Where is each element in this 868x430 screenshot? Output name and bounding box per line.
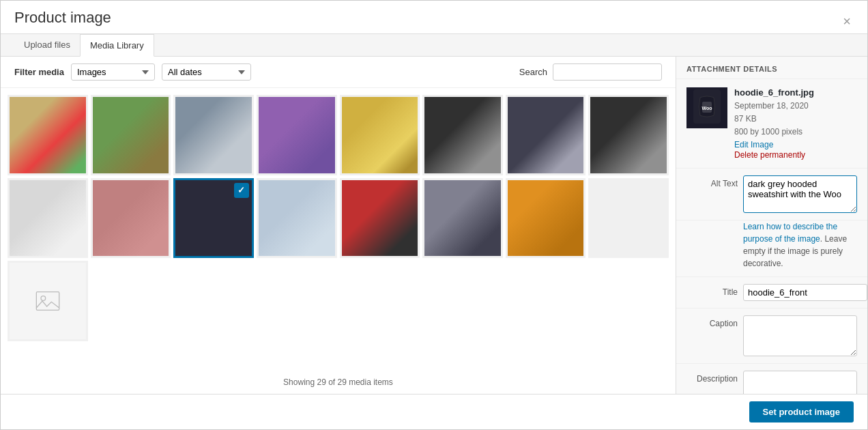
media-item[interactable] (91, 95, 171, 175)
attachment-filesize: 87 KB (734, 113, 857, 126)
media-item[interactable] (173, 95, 254, 175)
svg-rect-0 (36, 292, 59, 311)
tab-media-library[interactable]: Media Library (80, 34, 154, 57)
media-item[interactable] (257, 178, 337, 259)
media-item[interactable] (257, 95, 337, 175)
modal-footer: Set product image (1, 394, 867, 429)
filter-date-select[interactable]: All dates September 2020 January 2021 (162, 63, 251, 81)
media-area: Filter media Images All media items Audi… (1, 57, 676, 394)
media-item[interactable] (506, 95, 586, 175)
media-item[interactable] (8, 95, 88, 175)
close-button[interactable]: × (840, 14, 854, 28)
alt-text-input[interactable]: dark grey hooded sweatshirt with the Woo (743, 175, 857, 213)
set-product-image-button[interactable]: Set product image (749, 401, 854, 422)
svg-point-1 (41, 296, 46, 301)
selected-check-icon: ✓ (234, 183, 249, 198)
attachment-meta: hoodie_6_front.jpg September 18, 2020 87… (734, 87, 857, 160)
media-item[interactable] (422, 178, 503, 259)
filter-bar: Filter media Images All media items Audi… (1, 57, 676, 88)
modal-tabs: Upload files Media Library (1, 34, 867, 57)
media-item[interactable] (588, 95, 669, 175)
media-item-selected[interactable]: ✓ (173, 178, 254, 259)
attachment-preview: Woo hoodie_6_front.jpg September 18, 202… (676, 79, 867, 169)
modal-header: Product image × (1, 1, 867, 34)
description-input[interactable] (743, 371, 857, 394)
delete-permanently-link[interactable]: Delete permanently (734, 150, 805, 160)
media-item-placeholder[interactable] (8, 261, 88, 341)
media-item[interactable] (340, 95, 420, 175)
filter-media-label: Filter media (14, 67, 64, 77)
description-label: Description (686, 371, 738, 384)
media-item[interactable] (91, 178, 171, 259)
caption-input[interactable] (743, 315, 857, 356)
attachment-date: September 18, 2020 (734, 100, 857, 113)
attachment-thumbnail: Woo (686, 87, 727, 128)
modal-title: Product image (14, 9, 111, 33)
showing-text: Showing 29 of 29 media items (1, 371, 676, 394)
tab-upload-files[interactable]: Upload files (14, 34, 80, 57)
caption-label: Caption (686, 315, 738, 328)
media-grid-container: ✓ (1, 88, 676, 371)
title-group: Title hoodie_6_front (676, 277, 867, 309)
title-input[interactable]: hoodie_6_front (743, 284, 867, 301)
svg-text:Woo: Woo (701, 106, 712, 111)
product-image-modal: Product image × Upload files Media Libra… (0, 0, 868, 430)
title-label: Title (686, 284, 738, 297)
media-item[interactable] (340, 178, 420, 259)
alt-text-group: Alt Text dark grey hooded sweatshirt wit… (676, 169, 867, 220)
alt-text-help: Learn how to describe the purpose of the… (676, 220, 867, 277)
media-grid: ✓ (8, 95, 669, 341)
alt-text-label: Alt Text (686, 175, 738, 188)
search-label: Search (519, 67, 547, 77)
caption-group: Caption (676, 309, 867, 364)
attachment-dimensions: 800 by 1000 pixels (734, 126, 857, 139)
media-item[interactable] (588, 178, 669, 259)
filter-type-select[interactable]: Images All media items Audio Video (71, 63, 155, 81)
modal-body: Filter media Images All media items Audi… (1, 57, 867, 394)
search-area: Search (519, 63, 662, 81)
media-item[interactable] (506, 178, 586, 259)
description-group: Description (676, 364, 867, 394)
attachment-filename: hoodie_6_front.jpg (734, 87, 857, 98)
attachment-sidebar: ATTACHMENT DETAILS Woo hoodie_6_front.jp… (676, 57, 867, 394)
attachment-details-header: ATTACHMENT DETAILS (676, 57, 867, 79)
media-item[interactable] (8, 178, 88, 259)
search-input[interactable] (553, 63, 662, 81)
edit-image-link[interactable]: Edit Image (734, 140, 773, 149)
media-item[interactable] (422, 95, 503, 175)
